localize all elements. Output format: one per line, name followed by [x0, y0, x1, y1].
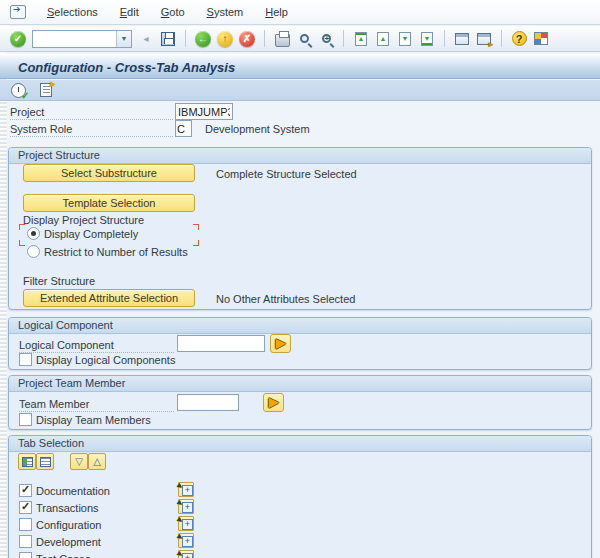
project-label: Project [10, 105, 173, 120]
focus-corner [193, 224, 199, 230]
menu-system[interactable]: System [196, 2, 255, 22]
deselect-all-icon [40, 457, 51, 467]
filter-down-button[interactable]: ▽ [70, 453, 88, 470]
filter-down-icon: ▽ [75, 457, 83, 467]
get-variant-button[interactable] [36, 80, 56, 100]
team-member-input[interactable] [177, 394, 239, 411]
menu-help[interactable]: Help [254, 2, 299, 22]
toolbar-separator [501, 30, 502, 47]
tab-label-development[interactable]: Development [36, 536, 101, 548]
radio-display-completely-label[interactable]: Display Completely [44, 228, 138, 240]
first-page-button[interactable]: ▲ [351, 29, 371, 49]
help-icon: ? [512, 31, 527, 46]
focus-corner [193, 240, 199, 246]
system-menu-icon[interactable] [10, 5, 26, 19]
get-variant-icon [40, 83, 52, 97]
tab-detail-button[interactable] [178, 482, 194, 497]
arrow-right-icon: ▶ [276, 336, 285, 350]
display-team-members-checkbox[interactable] [19, 413, 32, 426]
tab-detail-button[interactable] [178, 533, 194, 548]
select-substructure-button[interactable]: Select Substructure [23, 164, 195, 182]
menu-edit[interactable]: Edit [109, 2, 150, 22]
standard-toolbar: ✓ ▼ ◂ ← ↑ ✗ ▲ ▲ ▼ ▼ ? [0, 26, 600, 52]
logical-component-label: Logical Component [19, 338, 174, 353]
help-button[interactable]: ? [509, 29, 529, 49]
create-shortcut-icon [477, 33, 491, 45]
team-member-multi-select-button[interactable]: ▶ [263, 393, 284, 412]
save-button[interactable] [158, 29, 178, 49]
display-team-members-label[interactable]: Display Team Members [36, 414, 151, 426]
tab-detail-button[interactable] [178, 499, 194, 514]
print-button[interactable] [272, 29, 292, 49]
cancel-button[interactable]: ✗ [237, 29, 257, 49]
command-field[interactable]: ▼ [32, 30, 132, 48]
tab-checkbox-configuration[interactable] [19, 518, 32, 531]
collapse-command-button[interactable]: ◂ [136, 29, 156, 49]
menu-bar: Selections Edit Goto System Help [0, 0, 600, 25]
extended-attribute-selection-button[interactable]: Extended Attribute Selection [23, 289, 195, 307]
tab-checkbox-documentation[interactable] [19, 484, 32, 497]
tab-checkbox-development[interactable] [19, 535, 32, 548]
display-logical-components-label[interactable]: Display Logical Components [36, 354, 175, 366]
page-title: Configuration - Cross-Tab Analysis [0, 54, 600, 79]
toolbar-separator [185, 30, 186, 47]
tab-selection-title: Tab Selection [9, 436, 591, 452]
project-input[interactable] [175, 103, 233, 120]
template-selection-button[interactable]: Template Selection [23, 194, 195, 212]
find-next-button[interactable] [316, 29, 336, 49]
logical-component-input[interactable] [177, 335, 265, 352]
sap-window: Selections Edit Goto System Help ✓ ▼ ◂ ←… [0, 0, 600, 558]
substructure-status: Complete Structure Selected [216, 168, 357, 180]
page-up-button[interactable]: ▲ [373, 29, 393, 49]
page-down-button[interactable]: ▼ [395, 29, 415, 49]
print-icon [275, 34, 290, 47]
enter-button[interactable]: ✓ [8, 29, 28, 49]
page-down-icon: ▼ [399, 32, 411, 46]
radio-restrict-results[interactable] [27, 245, 40, 258]
tab-checkbox-transactions[interactable] [19, 501, 32, 514]
new-session-icon [455, 33, 469, 45]
new-session-button[interactable] [452, 29, 472, 49]
toolbar-separator [444, 30, 445, 47]
project-team-member-title: Project Team Member [9, 376, 591, 392]
execute-button[interactable] [8, 80, 28, 100]
customize-layout-icon [534, 32, 548, 45]
application-toolbar [0, 80, 600, 101]
system-role-input[interactable] [175, 120, 192, 137]
customize-layout-button[interactable] [531, 29, 551, 49]
last-page-button[interactable]: ▼ [417, 29, 437, 49]
deselect-all-button[interactable] [36, 453, 54, 470]
triangle-left-icon: ◂ [143, 33, 148, 44]
exit-button[interactable]: ↑ [215, 29, 235, 49]
filter-up-button[interactable]: △ [88, 453, 106, 470]
tab-label-transactions[interactable]: Transactions [36, 502, 99, 514]
tab-label-configuration[interactable]: Configuration [36, 519, 101, 531]
select-all-button[interactable] [18, 453, 36, 470]
menu-selections[interactable]: Selections [36, 2, 109, 22]
find-icon [300, 34, 309, 43]
radio-display-completely[interactable] [27, 227, 40, 240]
tab-detail-button[interactable] [178, 550, 194, 558]
team-member-label: Team Member [19, 397, 174, 412]
logical-component-title: Logical Component [9, 318, 591, 334]
toolbar-separator [343, 30, 344, 47]
chevron-down-icon[interactable]: ▼ [116, 31, 131, 47]
tab-checkbox-test-cases[interactable] [19, 552, 32, 558]
display-logical-components-checkbox[interactable] [19, 353, 32, 366]
find-button[interactable] [294, 29, 314, 49]
toolbar-separator [264, 30, 265, 47]
menu-goto[interactable]: Goto [150, 2, 196, 22]
logical-component-multi-select-button[interactable]: ▶ [270, 334, 291, 353]
back-button[interactable]: ← [193, 29, 213, 49]
create-shortcut-button[interactable] [474, 29, 494, 49]
tab-detail-button[interactable] [178, 516, 194, 531]
attribute-status: No Other Attributes Selected [216, 293, 355, 305]
focus-corner [19, 240, 25, 246]
focus-corner [19, 224, 25, 230]
tab-label-test-cases[interactable]: Test Cases [36, 553, 90, 558]
radio-restrict-results-label[interactable]: Restrict to Number of Results [44, 246, 188, 258]
tab-selection-group: Tab Selection ▽ △ Documentation Transact… [8, 435, 592, 558]
project-structure-title: Project Structure [9, 148, 591, 164]
command-input[interactable] [33, 33, 116, 45]
tab-label-documentation[interactable]: Documentation [36, 485, 110, 497]
